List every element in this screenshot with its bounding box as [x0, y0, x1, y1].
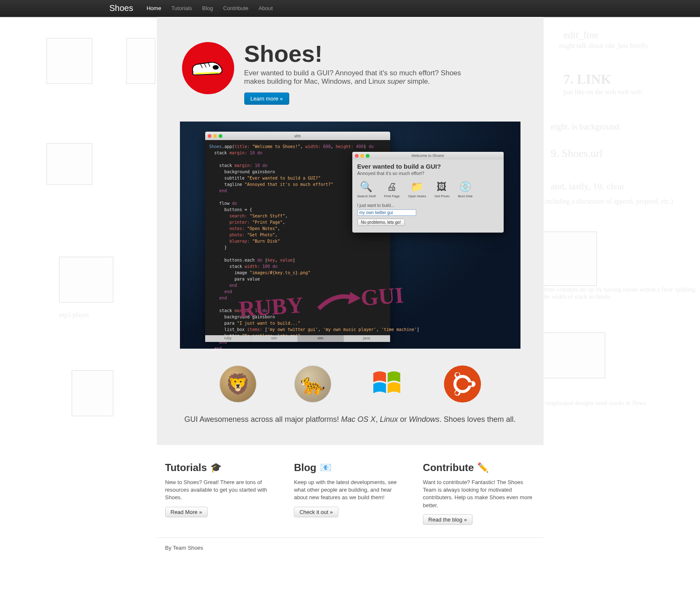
hero-lead: Ever wanted to build a GUI? Annoyed that…	[244, 69, 480, 86]
gui-handwriting: GUI	[359, 282, 404, 311]
col-title: Contribute	[423, 462, 474, 474]
shoes-logo	[182, 42, 234, 94]
read-more-button[interactable]: Read More »	[165, 507, 208, 517]
col-text: New to Shoes? Great! There are tons of r…	[165, 479, 277, 502]
footer: By Team Shoes	[157, 538, 544, 551]
col-text: Keep up with the latest developments, se…	[294, 479, 406, 502]
photo-icon: 🖼	[435, 180, 449, 193]
nav-blog[interactable]: Blog	[197, 1, 218, 16]
gui-icon-notes: 📁Open Notes	[408, 180, 426, 198]
gui-titlebar: Welcome to Shoes!	[352, 152, 504, 159]
envelope-icon: 📧	[320, 462, 331, 473]
arrow-icon	[314, 288, 365, 317]
graduation-cap-icon: 🎓	[210, 462, 222, 473]
learn-more-button[interactable]: Learn more »	[244, 93, 289, 105]
footer-text: By Team Shoes	[165, 545, 203, 551]
gui-go-button: No problemo, lets go!	[357, 219, 405, 226]
traffic-lights	[208, 134, 222, 138]
windows-icon	[369, 365, 406, 402]
gui-icon-printer: 🖨Print Page	[384, 180, 399, 198]
gui-window-title: Welcome to Shoes!	[412, 154, 444, 158]
macos-lion-icon: 🦁	[219, 365, 256, 402]
platform-icons: 🦁 🐆	[174, 365, 527, 402]
macos-mountain-lion-icon: 🐆	[294, 365, 331, 402]
hero: Shoes! Ever wanted to build a GUI? Annoy…	[157, 17, 544, 445]
printer-icon: 🖨	[385, 180, 399, 193]
col-contribute: Contribute ✏️ Want to contribute? Fantas…	[423, 462, 535, 525]
editor-titlebar: vim	[205, 132, 390, 140]
gui-label: I just want to build...	[357, 203, 499, 208]
tab-vim2: vim	[298, 335, 344, 342]
gui-icon-disk: 💿Burn Disk	[458, 180, 473, 198]
shoe-icon	[189, 56, 227, 81]
check-it-out-button[interactable]: Check it out »	[294, 507, 338, 517]
nav-home[interactable]: Home	[142, 1, 166, 16]
gui-heading: Ever wanted to build a GUI?	[357, 163, 499, 170]
ubuntu-icon	[444, 365, 481, 402]
col-title: Tutorials	[165, 462, 207, 474]
col-tutorials: Tutorials 🎓 New to Shoes? Great! There a…	[165, 462, 277, 525]
col-title: Blog	[294, 462, 316, 474]
navbar: Shoes Home Tutorials Blog Contribute Abo…	[0, 0, 700, 17]
platform-tagline: GUI Awesomeness across all major platfor…	[174, 415, 527, 424]
disk-icon: 💿	[459, 180, 472, 193]
tab-ruby: ruby	[205, 335, 251, 342]
nav-tutorials[interactable]: Tutorials	[166, 1, 197, 16]
gui-icon-row: 🔍Search Stuff 🖨Print Page 📁Open Notes 🖼G…	[357, 180, 499, 198]
gui-icon-photo: 🖼Get Photo	[434, 180, 449, 198]
search-icon: 🔍	[359, 180, 373, 193]
traffic-lights	[355, 154, 370, 158]
hero-title: Shoes!	[244, 42, 480, 66]
folder-icon: 📁	[410, 180, 424, 193]
col-blog: Blog 📧 Keep up with the latest developme…	[294, 462, 406, 525]
brand[interactable]: Shoes	[109, 3, 133, 13]
gui-demo-window: Welcome to Shoes! Ever wanted to build a…	[352, 152, 504, 233]
tab-vim1: vim	[251, 335, 298, 342]
read-blog-button[interactable]: Read the blog »	[423, 514, 473, 525]
col-text: Want to contribute? Fantastic! The Shoes…	[423, 479, 535, 509]
screenshot-showcase: vim Shoes.app(title: "Welcome to Shoes!"…	[180, 122, 520, 349]
gui-icon-search: 🔍Search Stuff	[357, 180, 376, 198]
nav-contribute[interactable]: Contribute	[218, 1, 254, 16]
feature-columns: Tutorials 🎓 New to Shoes? Great! There a…	[157, 462, 544, 525]
svg-point-0	[212, 65, 218, 70]
tab-java: java	[344, 335, 390, 342]
editor-tabbar: ruby vim vim java	[205, 335, 390, 342]
svg-rect-6	[468, 382, 472, 386]
gui-subheading: Annoyed that it's so much effort?	[357, 171, 499, 176]
pencil-cross-icon: ✏️	[477, 462, 489, 473]
ruby-handwriting: RUBY	[238, 292, 304, 323]
editor-title: vim	[294, 134, 301, 138]
nav-about[interactable]: About	[254, 1, 278, 16]
gui-listbox: my own twitter gui	[357, 209, 416, 216]
